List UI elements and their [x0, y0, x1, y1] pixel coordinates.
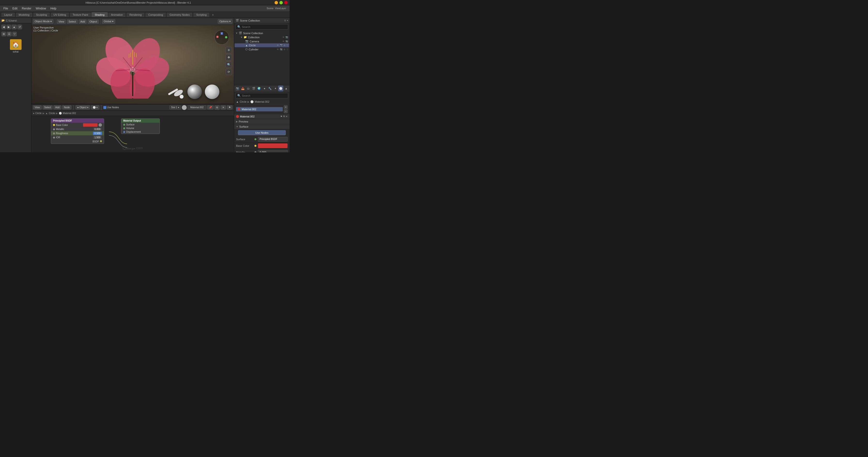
- node-view-menu[interactable]: View: [33, 105, 42, 110]
- tab-scripting[interactable]: Scripting: [193, 12, 210, 17]
- use-nodes-button[interactable]: Use Nodes: [238, 130, 286, 135]
- menu-window[interactable]: Window: [34, 6, 48, 11]
- mode-selector[interactable]: Object Mode ▾: [33, 19, 54, 24]
- bsdf-value-metallic[interactable]: 0.000: [93, 128, 102, 131]
- material-selector[interactable]: Material.002: [188, 105, 206, 110]
- menu-edit[interactable]: Edit: [10, 6, 19, 11]
- mat-link[interactable]: ⧉: [283, 115, 285, 118]
- circle-extra2[interactable]: ▽: [286, 44, 288, 47]
- prop-render-icon[interactable]: 📷: [235, 86, 240, 91]
- tab-rendering[interactable]: Rendering: [126, 12, 145, 17]
- mat-fake-user[interactable]: ⚑: [280, 115, 282, 118]
- tab-texture-paint[interactable]: Texture Paint: [69, 12, 91, 17]
- tab-animation[interactable]: Animation: [108, 12, 126, 17]
- prop-modifier-icon[interactable]: 🔧: [268, 86, 272, 91]
- close-button[interactable]: [284, 1, 288, 4]
- prop-output-icon[interactable]: 📤: [241, 86, 245, 91]
- material-slot-item[interactable]: Material.002: [236, 107, 283, 111]
- metallic-value[interactable]: 0.000: [258, 150, 288, 153]
- fb-back-button[interactable]: ◀: [1, 25, 6, 29]
- prop-object-icon[interactable]: ●: [262, 86, 267, 91]
- menu-render[interactable]: Render: [20, 6, 33, 11]
- prop-data-icon[interactable]: ▲: [284, 86, 289, 91]
- fb-grid-view-button[interactable]: ⊞: [1, 32, 6, 36]
- cylinder-extra2[interactable]: ▽: [286, 48, 288, 51]
- nb-item3[interactable]: Material.002: [63, 112, 76, 115]
- tool-orbit[interactable]: ⟳: [226, 69, 232, 75]
- menu-file[interactable]: File: [1, 6, 10, 11]
- camera-visibility[interactable]: 👁: [282, 40, 284, 42]
- cylinder-render[interactable]: 📷: [280, 48, 283, 51]
- scene-search-input[interactable]: [242, 25, 286, 28]
- tool-move[interactable]: ✥: [226, 54, 232, 61]
- tree-collection[interactable]: ▼ 📁 Collection 👁 📷: [235, 35, 289, 39]
- prop-scene-icon[interactable]: 🎬: [251, 86, 256, 91]
- surface-type-value[interactable]: Principled BSDF: [258, 137, 288, 142]
- add-menu[interactable]: Add: [79, 19, 87, 24]
- scene-search-box[interactable]: 🔍: [236, 24, 288, 30]
- tab-compositing[interactable]: Compositing: [145, 12, 166, 17]
- mat-slot-remove[interactable]: −: [284, 110, 288, 113]
- tool-cursor[interactable]: ✛: [226, 47, 232, 53]
- slot-selector[interactable]: Slot 1 ▾: [169, 105, 181, 110]
- surface-section[interactable]: ▼ Surface: [234, 124, 289, 129]
- tree-item-circle[interactable]: ▲ Circle 👁 📷 ⚙ ▽: [235, 43, 289, 47]
- menu-help[interactable]: Help: [49, 6, 58, 11]
- prop-world-icon[interactable]: 🌍: [257, 86, 261, 91]
- view-menu[interactable]: View: [57, 19, 66, 24]
- tab-sculpting[interactable]: Sculpting: [33, 12, 50, 17]
- prop-material-icon[interactable]: ⚪: [278, 86, 283, 91]
- fb-list-view-button[interactable]: ☰: [7, 32, 11, 36]
- bsdf-color-swatch[interactable]: [83, 123, 98, 127]
- scene-add-icon[interactable]: +: [287, 19, 288, 22]
- tab-modeling[interactable]: Modeling: [16, 12, 33, 17]
- minimize-button[interactable]: [275, 1, 278, 4]
- node-node-menu[interactable]: Node: [62, 105, 71, 110]
- circle-extra1[interactable]: ⚙: [283, 44, 285, 47]
- nb-item1[interactable]: Circle: [35, 112, 42, 115]
- use-nodes-checkbox[interactable]: Use Nodes: [103, 106, 119, 109]
- props-search-input[interactable]: [242, 94, 286, 97]
- fb-forward-button[interactable]: ▶: [6, 25, 11, 29]
- bsdf-value-roughness[interactable]: 0.500: [93, 132, 102, 135]
- ne-copy-button[interactable]: ⧉: [215, 105, 220, 110]
- ne-unlink-button[interactable]: ✕: [221, 105, 226, 110]
- node-select-menu[interactable]: Select: [42, 105, 53, 110]
- pb-circle[interactable]: Circle: [240, 100, 246, 103]
- object-menu[interactable]: Object: [88, 19, 99, 24]
- tree-item-cylinder[interactable]: ⬡ Cylinder 👁 📷 ⚙ ▽: [235, 47, 289, 51]
- tree-scene-collection[interactable]: ▼ 🎬 Scene Collection: [235, 31, 289, 35]
- mat-unlink[interactable]: ✕: [286, 115, 288, 118]
- preview-section[interactable]: ▶ Preview: [234, 119, 289, 124]
- pb-material[interactable]: Material.002: [255, 100, 270, 103]
- select-menu[interactable]: Select: [67, 19, 78, 24]
- prop-particles-icon[interactable]: ✦: [273, 86, 278, 91]
- viewport-3d[interactable]: User Perspective (1) Collection | Circle: [31, 25, 234, 104]
- props-search-box[interactable]: 🔍: [236, 93, 288, 98]
- ne-object-selector[interactable]: ● Object ▾: [75, 105, 90, 110]
- collection-visibility[interactable]: 👁: [282, 36, 284, 38]
- mat-slot-add[interactable]: +: [284, 105, 288, 109]
- material-slot-list[interactable]: Material.002: [236, 107, 283, 112]
- ne-material-type[interactable]: ⚪ ▾: [91, 105, 99, 110]
- cylinder-visibility[interactable]: 👁: [277, 48, 279, 51]
- collection-render[interactable]: 📷: [285, 36, 288, 38]
- camera-render[interactable]: 📷: [285, 40, 288, 42]
- options-button[interactable]: Options ▾: [218, 19, 232, 24]
- tab-layout[interactable]: Layout: [1, 12, 15, 17]
- ne-pin-button[interactable]: 📌: [207, 105, 214, 110]
- fb-reload-button[interactable]: ↺: [18, 25, 22, 29]
- tab-uv-editing[interactable]: UV Editing: [50, 12, 69, 17]
- nb-item2[interactable]: Circle: [49, 112, 55, 115]
- node-area[interactable]: Principled BSDF Base Color Metallic 0.00…: [31, 116, 234, 152]
- tab-geometry-nodes[interactable]: Geometry Nodes: [166, 12, 193, 17]
- base-color-swatch[interactable]: [258, 143, 288, 148]
- tree-item-camera[interactable]: 📷 Camera 👁 📷: [235, 39, 289, 43]
- scene-filter-icon[interactable]: ▽: [284, 19, 286, 22]
- fb-up-button[interactable]: ▲: [11, 25, 17, 29]
- bsdf-value-ior[interactable]: 1.500: [93, 136, 102, 139]
- transform-selector[interactable]: Global ▾: [102, 19, 115, 24]
- file-item-sohai[interactable]: 🏠 sohai: [1, 38, 30, 54]
- maximize-button[interactable]: [279, 1, 283, 4]
- node-add-menu[interactable]: Add: [54, 105, 61, 110]
